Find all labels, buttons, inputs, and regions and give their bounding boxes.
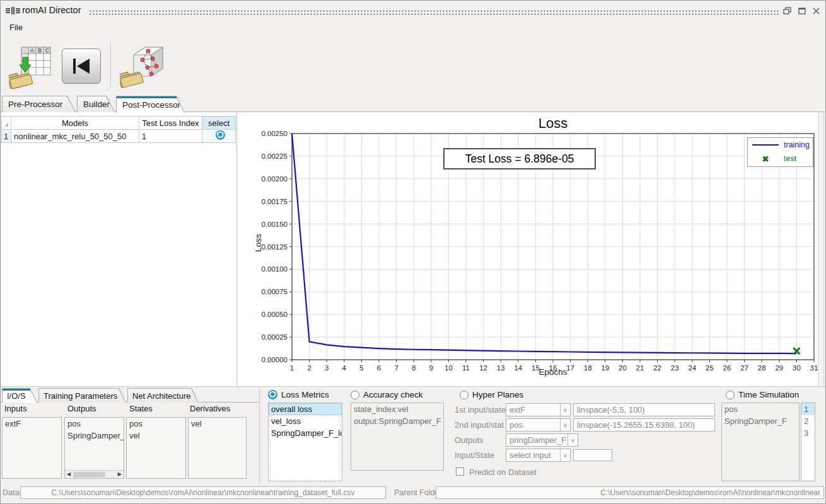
input-state-dropdown[interactable]: select input∨ bbox=[506, 449, 571, 462]
bottom-panel: I/O/S Training Parameters Net Architectu… bbox=[1, 386, 825, 484]
app-icon bbox=[6, 6, 20, 18]
outputs-list[interactable]: pos SpringDamper_ ◀ ▶ bbox=[64, 417, 124, 479]
list-item[interactable]: state_index:vel bbox=[351, 403, 443, 415]
vertical-scrollbar[interactable] bbox=[818, 112, 824, 386]
first-input-dropdown[interactable]: extF∨ bbox=[506, 403, 571, 416]
svg-text:0.00000: 0.00000 bbox=[261, 356, 288, 364]
accuracy-check-radio[interactable]: Accuracy check bbox=[351, 390, 423, 399]
svg-text:0.00200: 0.00200 bbox=[261, 175, 288, 183]
legend-training-sample bbox=[752, 144, 779, 146]
loss-metrics-list[interactable]: overall loss vel_loss SpringDamper_F_los… bbox=[268, 403, 342, 481]
toolbar: A B C bbox=[1, 37, 825, 95]
dataset-path-field[interactable]: C:\Users\sonuman\Desktop\demos\romAI\non… bbox=[20, 486, 386, 499]
outputs-dropdown[interactable]: pringDamper_F∨ bbox=[506, 433, 578, 447]
svg-text:0.00225: 0.00225 bbox=[261, 152, 288, 160]
list-item-selected[interactable]: overall loss bbox=[269, 403, 342, 415]
tab-training-parameters[interactable]: Training Parameters bbox=[38, 388, 126, 403]
menubar: File bbox=[1, 21, 825, 37]
accuracy-check-list[interactable]: state_index:vel output:SpringDamper_F bbox=[351, 403, 444, 471]
list-item[interactable]: output:SpringDamper_F bbox=[351, 415, 443, 427]
radio-icon[interactable] bbox=[726, 391, 735, 399]
import-dataset-button[interactable]: A B C bbox=[8, 43, 55, 90]
load-model-icon bbox=[120, 43, 165, 89]
drag-handle[interactable] bbox=[89, 9, 780, 16]
tab-net-architecture[interactable]: Net Architecture bbox=[127, 388, 199, 403]
load-model-button[interactable] bbox=[119, 43, 166, 90]
list-item[interactable]: pos bbox=[65, 418, 124, 430]
chart-ylabel: Loss bbox=[253, 218, 263, 268]
input-state-field[interactable] bbox=[573, 449, 612, 461]
list-item[interactable]: SpringDamper_F bbox=[722, 415, 799, 427]
model-name: nonlinear_mkc_relu_50_50_50 bbox=[11, 130, 139, 143]
list-item[interactable]: vel bbox=[127, 430, 185, 442]
list-item[interactable]: SpringDamper_ bbox=[65, 430, 124, 442]
float-window-icon[interactable] bbox=[782, 6, 793, 16]
tab-post-processor[interactable]: Post-Processor bbox=[116, 96, 185, 113]
list-item[interactable]: vel_loss bbox=[269, 415, 342, 427]
col-test-loss-index[interactable]: Test Loss Index bbox=[139, 117, 202, 130]
models-panel: Models Test Loss Index select 1 nonlinea… bbox=[1, 112, 237, 386]
legend-test-label: test bbox=[784, 154, 796, 163]
close-icon[interactable] bbox=[811, 6, 822, 16]
parent-folder-field[interactable]: C:\Users\sonuman\Desktop\demos\romAI\non… bbox=[436, 486, 824, 499]
first-input-label: 1st input/state bbox=[455, 405, 506, 415]
time-simulation-radio[interactable]: Time Simulation bbox=[726, 390, 799, 399]
chevron-down-icon: ∨ bbox=[567, 434, 578, 446]
svg-text:0.00025: 0.00025 bbox=[261, 333, 288, 341]
time-simulation-list[interactable]: pos SpringDamper_F bbox=[721, 403, 800, 481]
svg-text:0.00150: 0.00150 bbox=[261, 220, 288, 228]
svg-text:0.00250: 0.00250 bbox=[261, 130, 288, 137]
list-item-selected[interactable]: 1 bbox=[801, 403, 815, 415]
horizontal-scrollbar[interactable]: ◀ ▶ bbox=[65, 470, 124, 478]
scroll-right-icon[interactable]: ▶ bbox=[118, 471, 122, 477]
hyper-planes-radio[interactable]: Hyper Planes bbox=[460, 390, 523, 399]
derivatives-list[interactable]: vel bbox=[188, 417, 247, 479]
predict-on-dataset-label: Predict on Dataset bbox=[469, 467, 537, 477]
list-item[interactable]: pos bbox=[127, 418, 185, 430]
statusbar: Dataset C:\Users\sonuman\Desktop\demos\r… bbox=[1, 484, 825, 504]
models-table: Models Test Loss Index select 1 nonlinea… bbox=[1, 116, 236, 143]
chart-legend: training ✖ test bbox=[747, 137, 813, 167]
model-select-cell[interactable] bbox=[202, 130, 236, 143]
import-dataset-icon: A B C bbox=[9, 43, 54, 89]
radio-selected-icon[interactable] bbox=[268, 390, 277, 399]
list-item[interactable]: SpringDamper_F_loss bbox=[269, 427, 342, 439]
list-item[interactable]: 3 bbox=[801, 427, 815, 439]
window-title: romAI Director bbox=[22, 5, 81, 15]
table-row[interactable]: 1 nonlinear_mkc_relu_50_50_50 1 bbox=[2, 130, 236, 143]
scrollbar-thumb[interactable] bbox=[73, 472, 105, 478]
maximize-icon[interactable] bbox=[796, 6, 807, 16]
chart-title: Loss bbox=[292, 115, 814, 132]
test-loss-index-value: 1 bbox=[139, 130, 202, 143]
table-corner[interactable] bbox=[2, 117, 11, 130]
predict-on-dataset-checkbox[interactable] bbox=[456, 467, 464, 476]
input-state-label: Input/State bbox=[455, 450, 504, 460]
loss-metrics-radio[interactable]: Loss Metrics bbox=[268, 390, 329, 399]
col-models[interactable]: Models bbox=[11, 117, 139, 130]
radio-icon[interactable] bbox=[460, 391, 468, 399]
test-loss-annotation: Test Loss = 6.896e-05 bbox=[443, 148, 596, 169]
tab-pre-processor[interactable]: Pre-Processor bbox=[2, 96, 76, 112]
derivatives-label: Derivatives bbox=[190, 404, 230, 413]
list-item[interactable]: extF bbox=[3, 418, 61, 430]
model-radio-selected[interactable] bbox=[216, 130, 225, 140]
time-simulation-index-list[interactable]: 1 2 3 bbox=[801, 403, 815, 481]
radio-icon[interactable] bbox=[351, 391, 359, 399]
list-item[interactable]: 2 bbox=[801, 415, 815, 427]
scroll-left-icon[interactable]: ◀ bbox=[67, 471, 71, 477]
first-linspace-field[interactable]: linspace(-5,5, 100) bbox=[573, 403, 715, 416]
second-input-dropdown[interactable]: pos∨ bbox=[506, 418, 571, 432]
states-list[interactable]: pos vel bbox=[126, 417, 186, 479]
second-linspace-field[interactable]: linspace(-15.2655,15.6398, 100) bbox=[573, 418, 715, 432]
tab-ios[interactable]: I/O/S bbox=[2, 388, 37, 403]
panel-divider bbox=[259, 388, 260, 484]
menu-file[interactable]: File bbox=[9, 23, 23, 32]
tab-builder[interactable]: Builder bbox=[77, 96, 115, 112]
list-item[interactable]: pos bbox=[722, 403, 799, 415]
col-select[interactable]: select bbox=[202, 117, 236, 130]
titlebar[interactable]: romAI Director bbox=[1, 1, 825, 21]
inputs-list[interactable]: extF bbox=[2, 417, 62, 479]
skip-to-start-icon bbox=[72, 58, 91, 74]
list-item[interactable]: vel bbox=[189, 418, 246, 430]
reset-button[interactable] bbox=[62, 49, 101, 84]
